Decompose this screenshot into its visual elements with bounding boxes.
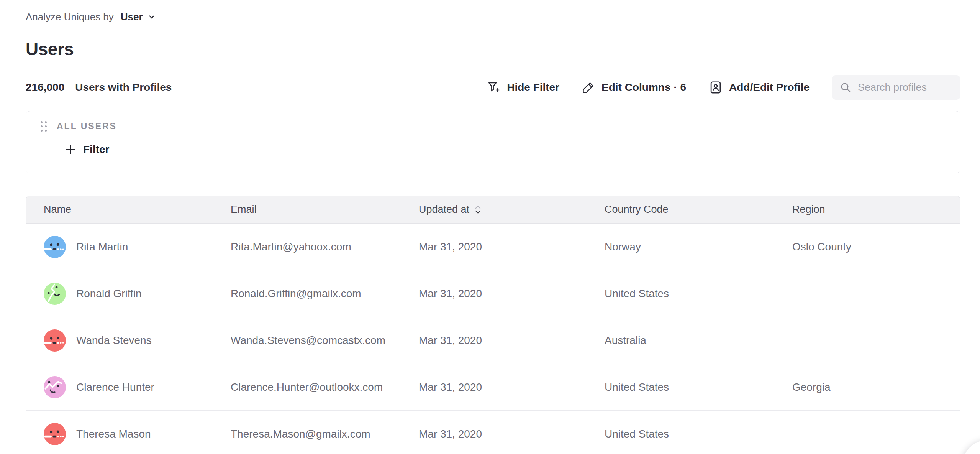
- users-table: Name Email Updated at Country Code Regio…: [26, 196, 960, 454]
- column-header-email[interactable]: Email: [231, 204, 257, 215]
- toolbar: Hide Filter Edit Columns · 6 Add/Edit Pr…: [487, 75, 960, 100]
- user-name: Clarence Hunter: [76, 381, 154, 393]
- hide-filter-button[interactable]: Hide Filter: [487, 81, 559, 94]
- user-email: Ronald.Griffin@gmailx.com: [231, 288, 419, 300]
- plus-icon: [65, 144, 76, 155]
- avatar: [44, 236, 66, 258]
- search-icon: [839, 81, 852, 94]
- table-row[interactable]: Clarence Hunter Clarence.Hunter@outlookx…: [26, 364, 960, 411]
- user-name: Wanda Stevens: [76, 334, 152, 347]
- user-country: Australia: [605, 334, 792, 347]
- table-row[interactable]: Wanda Stevens Wanda.Stevens@comcastx.com…: [26, 317, 960, 364]
- profile-card-icon: [708, 80, 723, 95]
- avatar: [44, 329, 66, 352]
- drag-handle-icon[interactable]: [40, 120, 48, 132]
- user-email: Rita.Martin@yahoox.com: [231, 241, 419, 253]
- user-updated-at: Mar 31, 2020: [419, 428, 605, 440]
- user-country: Norway: [605, 241, 792, 253]
- user-region: Georgia: [792, 381, 960, 393]
- table-header: Name Email Updated at Country Code Regio…: [26, 196, 960, 224]
- hide-filter-label: Hide Filter: [507, 81, 559, 94]
- chevron-down-icon: [147, 13, 156, 21]
- funnel-plus-icon: [487, 81, 501, 94]
- filter-panel-header: ALL USERS: [40, 120, 960, 132]
- user-updated-at: Mar 31, 2020: [419, 288, 605, 300]
- column-header-country-code[interactable]: Country Code: [605, 204, 669, 215]
- add-filter-label: Filter: [83, 143, 109, 156]
- profile-count-number: 216,000: [26, 81, 64, 94]
- avatar: [44, 283, 66, 305]
- top-divider: [25, 1, 980, 1]
- filter-panel: ALL USERS Filter: [26, 111, 960, 173]
- user-updated-at: Mar 31, 2020: [419, 334, 605, 347]
- scope-label: ALL USERS: [57, 121, 117, 132]
- add-filter-button[interactable]: Filter: [65, 143, 109, 156]
- search-profiles-input[interactable]: [858, 82, 954, 94]
- user-country: United States: [605, 381, 792, 393]
- add-edit-profile-button[interactable]: Add/Edit Profile: [708, 80, 810, 95]
- user-email: Clarence.Hunter@outlookx.com: [231, 381, 419, 393]
- analyze-uniques-label: Analyze Uniques by: [26, 10, 114, 24]
- add-edit-profile-label: Add/Edit Profile: [729, 81, 810, 94]
- user-name: Rita Martin: [76, 241, 128, 253]
- table-row[interactable]: Rita Martin Rita.Martin@yahoox.com Mar 3…: [26, 224, 960, 270]
- search-profiles-box[interactable]: [832, 75, 960, 100]
- user-region: Oslo County: [792, 241, 960, 253]
- column-header-region[interactable]: Region: [792, 204, 825, 215]
- pencil-icon: [582, 81, 595, 94]
- user-email: Theresa.Mason@gmailx.com: [231, 428, 419, 440]
- profile-count-label: Users with Profiles: [75, 81, 172, 94]
- user-name: Theresa Mason: [76, 428, 151, 440]
- profile-count: 216,000 Users with Profiles: [26, 81, 172, 94]
- table-row[interactable]: Theresa Mason Theresa.Mason@gmailx.com M…: [26, 411, 960, 454]
- column-header-name[interactable]: Name: [44, 204, 71, 215]
- avatar: [44, 423, 66, 445]
- edit-columns-button[interactable]: Edit Columns · 6: [582, 81, 686, 94]
- column-header-updated-at[interactable]: Updated at: [419, 204, 481, 215]
- avatar: [44, 376, 66, 398]
- analyze-uniques-value[interactable]: User: [121, 10, 143, 24]
- users-page: Analyze Uniques by User Users 216,000 Us…: [0, 10, 980, 454]
- user-updated-at: Mar 31, 2020: [419, 381, 605, 393]
- page-title: Users: [26, 39, 960, 59]
- user-email: Wanda.Stevens@comcastx.com: [231, 334, 419, 347]
- table-row[interactable]: Ronald Griffin Ronald.Griffin@gmailx.com…: [26, 270, 960, 317]
- edit-columns-label: Edit Columns · 6: [601, 81, 686, 94]
- user-name: Ronald Griffin: [76, 288, 142, 300]
- user-updated-at: Mar 31, 2020: [419, 241, 605, 253]
- user-country: United States: [605, 288, 792, 300]
- sort-icon: [475, 204, 481, 215]
- stats-toolbar: 216,000 Users with Profiles Hide Filter …: [26, 75, 960, 100]
- analyze-uniques-control[interactable]: Analyze Uniques by User: [26, 10, 156, 24]
- user-country: United States: [605, 428, 792, 440]
